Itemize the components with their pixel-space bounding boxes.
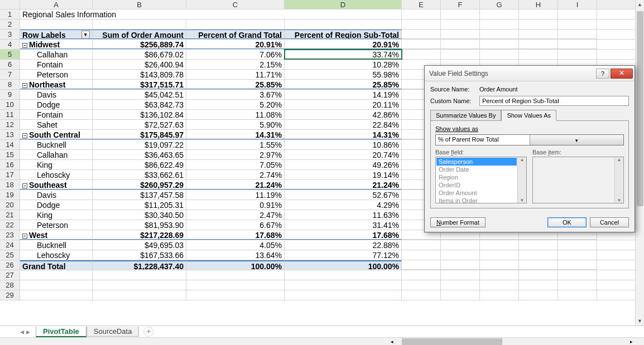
row-header[interactable]: 18 bbox=[0, 180, 20, 189]
cell-value[interactable]: $81,953.90 bbox=[93, 220, 186, 230]
collapse-icon[interactable]: − bbox=[22, 183, 27, 188]
tab-nav-next-icon[interactable]: ▸ bbox=[26, 327, 30, 336]
cell-value[interactable]: 22.88% bbox=[285, 240, 402, 250]
cell-value[interactable]: 17.68% bbox=[285, 230, 402, 240]
cell-value[interactable]: 20.11% bbox=[285, 100, 402, 109]
scroll-up-icon[interactable]: ▲ bbox=[636, 0, 644, 9]
row-header[interactable]: 11 bbox=[0, 110, 20, 119]
col-c-header[interactable]: Percent of Grand Total bbox=[186, 30, 285, 39]
row-header[interactable]: 28 bbox=[0, 280, 20, 290]
list-item[interactable]: Region bbox=[436, 173, 517, 181]
cell-value[interactable]: 20.91% bbox=[186, 40, 285, 49]
show-values-as-combo[interactable]: % of Parent Row Total ▼ bbox=[435, 134, 624, 145]
row-header[interactable]: 21 bbox=[0, 210, 20, 220]
cell-value[interactable]: 13.64% bbox=[186, 250, 285, 260]
cell-value[interactable]: $217,228.69 bbox=[93, 230, 186, 240]
row-header[interactable]: 2 bbox=[0, 20, 20, 29]
cell-value[interactable]: $86,679.02 bbox=[93, 50, 186, 59]
row-header[interactable]: 8 bbox=[0, 80, 20, 89]
cell-a1[interactable]: Regional Sales Information bbox=[20, 9, 93, 19]
row-header[interactable]: 10 bbox=[0, 100, 20, 109]
cell-value[interactable]: 5.20% bbox=[186, 100, 285, 109]
cell-value[interactable]: $136,102.84 bbox=[93, 110, 186, 119]
scroll-left-icon[interactable]: ◂ bbox=[391, 338, 393, 345]
row-header[interactable]: 1 bbox=[0, 9, 20, 19]
cell-value[interactable]: 19.14% bbox=[285, 170, 402, 179]
cell-label[interactable]: Davis bbox=[20, 190, 93, 200]
tab-nav-prev-icon[interactable]: ◂ bbox=[20, 327, 24, 336]
row-header[interactable]: 7 bbox=[0, 70, 20, 79]
collapse-icon[interactable]: − bbox=[22, 83, 27, 88]
collapse-icon[interactable]: − bbox=[22, 133, 27, 138]
list-item[interactable]: Salesperson bbox=[436, 158, 517, 166]
cell-value[interactable]: 11.63% bbox=[285, 210, 402, 220]
cell-value[interactable]: 10.28% bbox=[285, 60, 402, 69]
cell-value[interactable]: $19,097.22 bbox=[93, 140, 186, 149]
row-header[interactable]: 13 bbox=[0, 130, 20, 139]
cell-value[interactable]: 4.29% bbox=[285, 200, 402, 210]
cell-value[interactable]: $33,662.61 bbox=[93, 170, 186, 179]
cell-value[interactable]: 21.24% bbox=[186, 180, 285, 189]
row-header[interactable]: 29 bbox=[0, 290, 20, 300]
cell-value[interactable]: 25.85% bbox=[186, 80, 285, 89]
cell-value[interactable]: 5.90% bbox=[186, 120, 285, 129]
cell-label[interactable]: Grand Total bbox=[20, 260, 93, 270]
cell-value[interactable]: 20.91% bbox=[285, 40, 402, 49]
cell-label[interactable]: Bucknell bbox=[20, 140, 93, 149]
row-header[interactable]: 4 bbox=[0, 40, 20, 49]
tab-show-values-as[interactable]: Show Values As bbox=[501, 110, 556, 121]
cell-value[interactable]: 20.74% bbox=[285, 150, 402, 159]
help-button[interactable]: ? bbox=[596, 69, 609, 79]
cell-value[interactable]: 52.67% bbox=[285, 190, 402, 200]
cell-label[interactable]: −Midwest bbox=[20, 40, 93, 49]
col-header-f[interactable]: F bbox=[441, 0, 480, 9]
list-scrollbar[interactable]: ▲▼ bbox=[614, 157, 623, 203]
cell-value[interactable]: 55.98% bbox=[285, 70, 402, 79]
cell-value[interactable]: 11.19% bbox=[186, 190, 285, 200]
cell-label[interactable]: Callahan bbox=[20, 150, 93, 159]
cell-value[interactable]: $317,515.71 bbox=[93, 80, 186, 89]
cell-value[interactable]: 11.08% bbox=[186, 110, 285, 119]
cell-value[interactable]: 14.19% bbox=[285, 90, 402, 99]
list-scrollbar[interactable]: ▲▼ bbox=[517, 157, 526, 203]
cell-value[interactable]: 25.85% bbox=[285, 80, 402, 89]
col-d-header[interactable]: Percent of Region Sub-Total bbox=[285, 30, 402, 39]
select-all-corner[interactable] bbox=[0, 0, 20, 9]
cell-value[interactable]: 2.97% bbox=[186, 150, 285, 159]
number-format-button[interactable]: Number Format bbox=[430, 217, 486, 227]
list-item[interactable]: Order Amount bbox=[436, 189, 517, 197]
row-header[interactable]: 12 bbox=[0, 120, 20, 129]
cell-label[interactable]: Callahan bbox=[20, 50, 93, 59]
cell-value[interactable]: 11.71% bbox=[186, 70, 285, 79]
cell-label[interactable]: Sahet bbox=[20, 120, 93, 129]
collapse-icon[interactable]: − bbox=[22, 234, 27, 239]
row-header[interactable]: 9 bbox=[0, 90, 20, 99]
row-header[interactable]: 20 bbox=[0, 200, 20, 210]
tab-nav[interactable]: ◂ ▸ bbox=[20, 327, 30, 336]
row-header[interactable]: 14 bbox=[0, 140, 20, 149]
row-header[interactable]: 25 bbox=[0, 250, 20, 260]
cell-value[interactable]: 2.47% bbox=[186, 210, 285, 220]
cell-value[interactable]: 7.05% bbox=[186, 160, 285, 169]
custom-name-input[interactable] bbox=[479, 96, 629, 106]
row-header[interactable]: 24 bbox=[0, 240, 20, 250]
tab-summarize-values[interactable]: Summarize Values By bbox=[430, 110, 501, 121]
cell-value[interactable]: $167,533.66 bbox=[93, 250, 186, 260]
col-b-header[interactable]: Sum of Order Amount bbox=[93, 30, 186, 39]
row-header[interactable]: 22 bbox=[0, 220, 20, 230]
cell-value[interactable]: $1,228,437.40 bbox=[93, 260, 186, 270]
row-header[interactable]: 26 bbox=[0, 260, 20, 270]
cell-value[interactable]: 100.00% bbox=[285, 260, 402, 270]
new-sheet-button[interactable]: + bbox=[143, 327, 153, 337]
close-button[interactable]: ✕ bbox=[611, 69, 633, 79]
cell-value[interactable]: 1.55% bbox=[186, 140, 285, 149]
collapse-icon[interactable]: − bbox=[22, 43, 27, 48]
cell-value[interactable]: $175,845.97 bbox=[93, 130, 186, 139]
row-labels-header[interactable]: Row Labels ▾ bbox=[20, 30, 93, 39]
cell-value[interactable]: 42.86% bbox=[285, 110, 402, 119]
cell-value[interactable]: $86,622.49 bbox=[93, 160, 186, 169]
row-labels-filter-icon[interactable]: ▾ bbox=[81, 31, 90, 39]
cell-value[interactable]: 14.31% bbox=[285, 130, 402, 139]
scroll-right-icon[interactable]: ▸ bbox=[630, 338, 633, 345]
cell-label[interactable]: Dodge bbox=[20, 100, 93, 109]
